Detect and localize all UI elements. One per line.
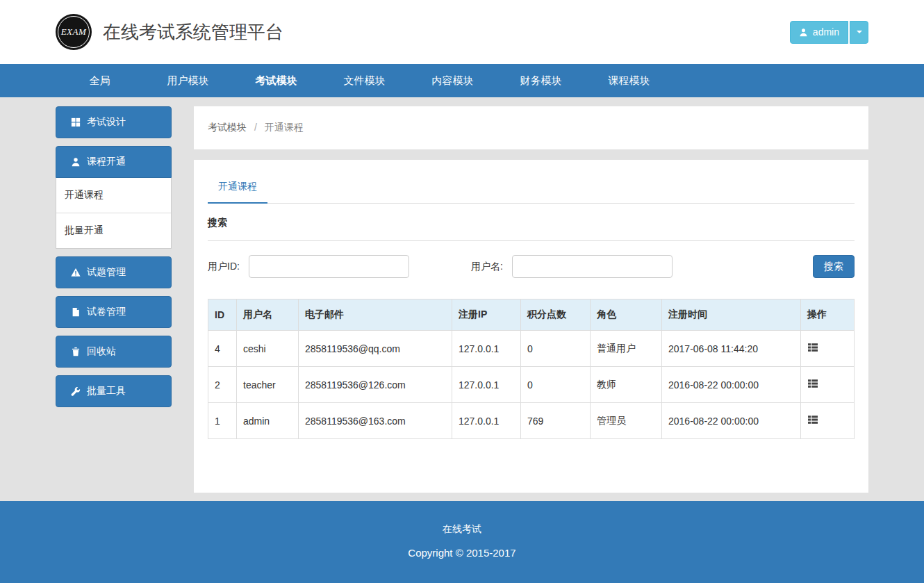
table-row: 1admin2858119536@163.com127.0.0.1769管理员2… [208, 403, 855, 439]
table-cell: 1 [208, 403, 237, 439]
sidebar-subitem-开通课程[interactable]: 开通课程 [56, 178, 171, 213]
table-cell: 769 [521, 403, 591, 439]
content-area: 考试设计课程开通开通课程批量开通试题管理试卷管理回收站批量工具 考试模块 / 开… [56, 97, 868, 501]
column-header-操作: 操作 [801, 299, 855, 331]
table-row: 4ceshi2858119536@qq.com127.0.0.10普通用户201… [208, 331, 855, 367]
nav-item-财务模块[interactable]: 财务模块 [497, 64, 585, 97]
table-cell: 管理员 [591, 403, 662, 439]
main-nav-items: 全局用户模块考试模块文件模块内容模块财务模块课程模块 [56, 64, 868, 97]
table-cell: 2016-08-22 00:00:00 [662, 403, 801, 439]
table-cell: 教师 [591, 367, 662, 403]
table-cell: 0 [521, 331, 591, 367]
column-header-积分点数: 积分点数 [521, 299, 591, 331]
app-header: EXAM 在线考试系统管理平台 admin [0, 0, 924, 64]
sidebar: 考试设计课程开通开通课程批量开通试题管理试卷管理回收站批量工具 [56, 106, 172, 415]
breadcrumb-page: 开通课程 [265, 122, 304, 133]
sidebar-item-label: 课程开通 [87, 156, 126, 168]
footer-site-name: 在线考试 [0, 523, 924, 536]
column-header-注册IP: 注册IP [452, 299, 521, 331]
sidebar-subitem-批量开通[interactable]: 批量开通 [56, 213, 171, 248]
user-icon [799, 28, 808, 37]
file-icon [71, 307, 81, 317]
operation-cell [801, 331, 855, 367]
table-cell: 2858119536@163.com [299, 403, 452, 439]
list-icon[interactable] [807, 378, 818, 389]
table-row: 2teacher2858119536@126.com127.0.0.10教师20… [208, 367, 855, 403]
sidebar-submenu: 开通课程批量开通 [56, 178, 172, 249]
table-cell: ceshi [237, 331, 299, 367]
list-icon[interactable] [807, 342, 818, 353]
table-cell: 0 [521, 367, 591, 403]
search-form: 用户ID: 用户名: 搜索 [208, 241, 855, 282]
sidebar-item-label: 回收站 [87, 345, 116, 358]
user-name-input[interactable] [512, 255, 673, 278]
sidebar-item-试题管理[interactable]: 试题管理 [56, 256, 172, 288]
warning-icon [71, 268, 81, 277]
table-cell: 2858119536@126.com [299, 367, 452, 403]
wrench-icon [71, 386, 81, 396]
nav-item-文件模块[interactable]: 文件模块 [320, 64, 409, 97]
page-title: 在线考试系统管理平台 [103, 20, 283, 44]
user-icon [71, 157, 81, 167]
table-cell: 2016-08-22 00:00:00 [662, 367, 801, 403]
operation-cell [801, 367, 855, 403]
breadcrumb: 考试模块 / 开通课程 [194, 106, 868, 149]
table-cell: 2 [208, 367, 237, 403]
operation-cell [801, 403, 855, 439]
sidebar-item-label: 试题管理 [87, 266, 126, 279]
exam-logo: EXAM [56, 14, 92, 50]
admin-dropdown-toggle[interactable] [850, 21, 868, 44]
sidebar-item-label: 考试设计 [87, 116, 126, 129]
sidebar-item-批量工具[interactable]: 批量工具 [56, 375, 172, 407]
admin-button[interactable]: admin [790, 21, 848, 44]
column-header-电子邮件: 电子邮件 [299, 299, 452, 331]
footer-copyright: Copyright © 2015-2017 [0, 547, 924, 559]
trash-icon [71, 347, 81, 356]
breadcrumb-separator: / [254, 122, 257, 133]
sidebar-item-label: 试卷管理 [87, 306, 126, 318]
user-id-input[interactable] [249, 255, 409, 278]
breadcrumb-module[interactable]: 考试模块 [208, 122, 247, 133]
admin-button-label: admin [813, 26, 839, 38]
users-table: ID用户名电子邮件注册IP积分点数角色注册时间操作 4ceshi28581195… [208, 299, 855, 439]
table-cell: 127.0.0.1 [452, 331, 521, 367]
sidebar-item-试卷管理[interactable]: 试卷管理 [56, 296, 172, 328]
column-header-ID: ID [208, 299, 237, 331]
tab-bar: 开通课程 [208, 172, 855, 204]
users-table-head: ID用户名电子邮件注册IP积分点数角色注册时间操作 [208, 299, 855, 331]
table-cell: 4 [208, 331, 237, 367]
app-footer: 在线考试 Copyright © 2015-2017 [0, 501, 924, 583]
column-header-角色: 角色 [591, 299, 662, 331]
nav-item-考试模块[interactable]: 考试模块 [232, 64, 320, 97]
search-button[interactable]: 搜索 [813, 255, 855, 278]
user-name-label: 用户名: [471, 261, 503, 273]
table-header-row: ID用户名电子邮件注册IP积分点数角色注册时间操作 [208, 299, 855, 331]
exam-logo-text: EXAM [61, 26, 87, 38]
grid-icon [71, 117, 81, 127]
users-table-body: 4ceshi2858119536@qq.com127.0.0.10普通用户201… [208, 331, 855, 439]
column-header-注册时间: 注册时间 [662, 299, 801, 331]
main-nav: 全局用户模块考试模块文件模块内容模块财务模块课程模块 [0, 64, 924, 97]
table-cell: teacher [237, 367, 299, 403]
table-cell: 2017-06-08 11:44:20 [662, 331, 801, 367]
search-section-title: 搜索 [208, 204, 855, 241]
nav-item-用户模块[interactable]: 用户模块 [144, 64, 232, 97]
chevron-down-icon [857, 31, 862, 33]
nav-item-内容模块[interactable]: 内容模块 [409, 64, 497, 97]
nav-item-课程模块[interactable]: 课程模块 [585, 64, 673, 97]
table-cell: admin [237, 403, 299, 439]
sidebar-item-考试设计[interactable]: 考试设计 [56, 106, 172, 138]
sidebar-item-回收站[interactable]: 回收站 [56, 336, 172, 368]
table-cell: 2858119536@qq.com [299, 331, 452, 367]
sidebar-item-label: 批量工具 [87, 385, 126, 397]
tab-open-course[interactable]: 开通课程 [208, 172, 267, 204]
table-cell: 普通用户 [591, 331, 662, 367]
table-cell: 127.0.0.1 [452, 367, 521, 403]
main-panel: 开通课程 搜索 用户ID: 用户名: 搜索 ID用户名电子邮件注册IP积分点数角… [194, 160, 868, 493]
nav-item-全局[interactable]: 全局 [56, 64, 144, 97]
list-icon[interactable] [807, 414, 818, 425]
main-column: 考试模块 / 开通课程 开通课程 搜索 用户ID: 用户名: 搜索 [194, 106, 868, 493]
column-header-用户名: 用户名 [237, 299, 299, 331]
sidebar-item-课程开通[interactable]: 课程开通 [56, 146, 172, 178]
user-id-label: 用户ID: [208, 261, 240, 273]
